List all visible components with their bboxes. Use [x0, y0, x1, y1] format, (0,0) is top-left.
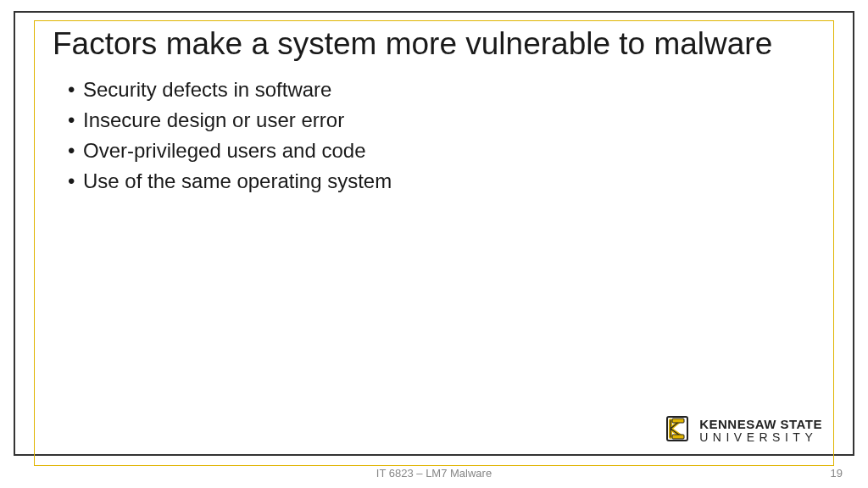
logo-line1: KENNESAW STATE	[699, 418, 822, 430]
list-item: Insecure design or user error	[68, 105, 815, 136]
slide-title: Factors make a system more vulnerable to…	[53, 25, 815, 63]
content-area: Factors make a system more vulnerable to…	[53, 25, 815, 197]
svg-rect-1	[672, 419, 684, 423]
slide: Factors make a system more vulnerable to…	[0, 0, 868, 488]
svg-rect-2	[672, 435, 684, 439]
university-logo: KENNESAW STATE UNIVERSITY	[662, 413, 822, 447]
page-number: 19	[831, 467, 843, 480]
list-item: Over-privileged users and code	[68, 136, 815, 166]
logo-line2: UNIVERSITY	[699, 431, 822, 443]
bullet-list: Security defects in software Insecure de…	[53, 75, 815, 197]
list-item: Security defects in software	[68, 75, 815, 105]
logo-text: KENNESAW STATE UNIVERSITY	[699, 418, 822, 443]
list-item: Use of the same operating system	[68, 166, 815, 197]
logo-mark-icon	[662, 413, 693, 447]
footer-text: IT 6823 – LM7 Malware	[0, 467, 868, 480]
